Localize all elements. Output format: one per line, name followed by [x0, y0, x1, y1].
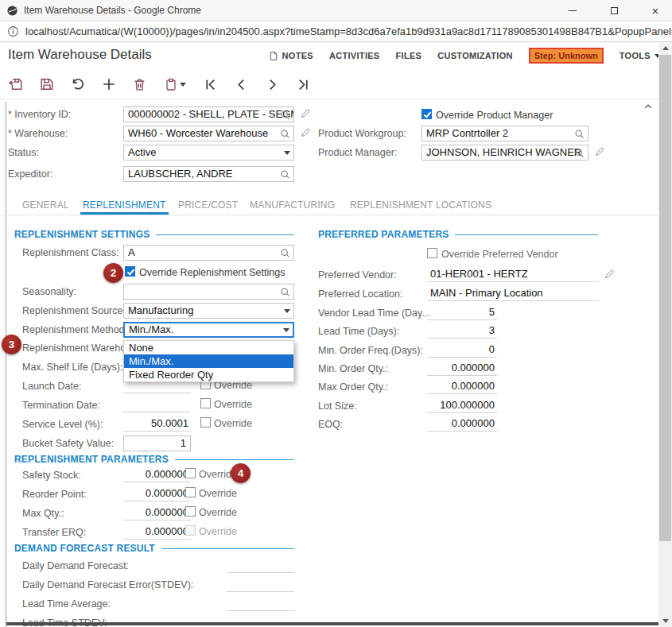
maximize-button[interactable] [605, 2, 623, 20]
search-icon[interactable] [280, 129, 290, 139]
dropdown-option-none[interactable]: None [124, 341, 293, 354]
go-last-button[interactable] [296, 77, 311, 92]
termination-date-input[interactable] [123, 397, 191, 412]
termination-date-override-checkbox[interactable] [200, 398, 211, 408]
go-previous-button[interactable] [234, 77, 249, 92]
search-icon[interactable] [280, 248, 290, 258]
dropdown-option-min-max[interactable]: Min./Max. [124, 354, 293, 368]
customization-link[interactable]: CUSTOMIZATION [437, 51, 513, 60]
step-status-badge[interactable]: Step: Unknown [529, 48, 604, 64]
scroll-down-arrow[interactable] [658, 615, 672, 627]
expeditor-input[interactable]: LAUBSCHER, ANDRE [123, 166, 294, 182]
next-record-icon [266, 78, 279, 91]
service-level-input[interactable]: 50.0001 [123, 416, 191, 432]
notes-icon [269, 51, 278, 61]
maximize-icon [611, 7, 618, 14]
search-icon[interactable] [574, 148, 585, 158]
go-next-button[interactable] [265, 77, 280, 92]
inventory-id-input[interactable]: 000000002 - SHELL, PLATE - SEGME [123, 106, 294, 122]
tab-replenishment-locations[interactable]: REPLENISHMENT LOCATIONS [350, 199, 491, 211]
activities-link[interactable]: ACTIVITIES [329, 51, 380, 60]
seasonality-input[interactable] [123, 284, 294, 300]
tools-menu[interactable]: TOOLS [620, 51, 661, 60]
replenishment-class-input[interactable]: A [123, 245, 294, 261]
status-select[interactable]: Active [123, 145, 294, 161]
edit-pencil-icon[interactable] [595, 146, 605, 157]
copy-paste-button[interactable] [163, 77, 187, 92]
tab-manufacturing[interactable]: MANUFACTURING [250, 199, 335, 211]
toolbar-separator [0, 99, 658, 99]
save-button[interactable] [39, 77, 54, 92]
bucket-safety-value-input[interactable]: 1 [123, 435, 191, 451]
window-title: Item Warehouse Details - Google Chrome [24, 5, 201, 16]
go-first-button[interactable] [203, 77, 218, 92]
close-button[interactable]: × [647, 2, 664, 20]
product-manager-input[interactable]: JOHNSON, HEINRICH WAGNER [421, 145, 588, 161]
lead-time-days-label: Lead Time (Days): [318, 326, 399, 337]
demand-forecast-result-header: DEMAND FORECAST RESULT [14, 543, 294, 554]
delete-button[interactable] [132, 77, 147, 92]
notes-link[interactable]: NOTES [269, 51, 313, 61]
trash-icon [133, 78, 146, 91]
reorder-point-input[interactable]: 0.000000 [123, 486, 191, 501]
tab-general[interactable]: GENERAL [22, 199, 69, 211]
override-preferred-vendor-checkbox[interactable] [427, 248, 437, 258]
product-manager-label: Product Manager: [318, 147, 397, 158]
product-workgroup-input[interactable]: MRP Contrtoller 2 [421, 126, 588, 141]
reorder-point-override-checkbox[interactable] [185, 487, 196, 497]
site-favicon [6, 5, 18, 17]
url-bar[interactable]: localhost/Acumatica/(W(10000))/pages/in/… [0, 21, 672, 42]
max-qty-override-checkbox[interactable] [185, 506, 196, 517]
minimize-button[interactable] [564, 2, 581, 20]
edit-pencil-icon[interactable] [301, 127, 311, 137]
search-icon[interactable] [280, 110, 290, 120]
info-icon[interactable] [7, 25, 19, 37]
caret-down-icon [284, 309, 290, 313]
preferred-vendor-input[interactable]: 01-HER001 - HERTZ [427, 267, 599, 282]
override-replenishment-settings-checkbox[interactable] [125, 266, 135, 277]
lead-time-average-value [227, 596, 294, 611]
caret-down-icon [283, 328, 289, 332]
seasonality-label: Seasonality: [22, 286, 76, 297]
tab-replenishment[interactable]: REPLENISHMENT [83, 199, 166, 211]
override-product-manager-checkbox[interactable] [421, 109, 432, 119]
replenishment-method-select[interactable]: Min./Max. [123, 322, 294, 338]
max-qty-input[interactable]: 0.000000 [123, 505, 191, 521]
replenishment-parameters-header: REPLENISHMENT PARAMETERS [14, 454, 294, 465]
safety-stock-override-checkbox[interactable] [185, 468, 196, 478]
vertical-scrollbar[interactable] [658, 42, 672, 627]
save-and-close-button[interactable] [8, 77, 23, 92]
transfer-erq-override-label: Override [199, 526, 237, 537]
replenishment-class-label: Replenishment Class: [22, 247, 119, 258]
warehouse-input[interactable]: WH60 - Worcester Warehouse [123, 126, 294, 141]
search-icon[interactable] [280, 287, 290, 297]
page-url[interactable]: localhost/Acumatica/(W(10000))/pages/in/… [25, 25, 672, 37]
transfer-erq-input[interactable]: 0.000000 [123, 524, 191, 540]
undo-button[interactable] [70, 77, 85, 92]
override-product-manager-label: Override Product Manager [436, 110, 553, 121]
safety-stock-input[interactable]: 0.000000 [123, 467, 191, 482]
edit-pencil-icon[interactable] [604, 269, 615, 279]
service-level-override-checkbox[interactable] [200, 417, 211, 428]
collapse-summary-chevron-up-icon[interactable] [643, 102, 654, 111]
preferred-location-input[interactable]: MAIN - Primary Location [427, 286, 599, 301]
max-order-qty-value: 0.000000 [427, 379, 497, 394]
max-order-qty-label: Max Order Qty.: [318, 381, 388, 393]
record-toolbar [8, 72, 311, 97]
replenishment-source-select[interactable]: Manufacturing [123, 303, 294, 319]
files-link[interactable]: FILES [396, 51, 422, 60]
scrollbar-thumb[interactable] [659, 55, 671, 541]
transfer-erq-override-checkbox [185, 525, 196, 536]
expeditor-label: Expeditor: [8, 168, 52, 180]
search-icon[interactable] [574, 129, 585, 139]
dropdown-option-fixed-reorder-qty[interactable]: Fixed Reorder Qty [124, 368, 293, 381]
preferred-parameters-header: PREFERRED PARAMETERS [318, 229, 598, 240]
search-icon[interactable] [280, 169, 290, 180]
summary-form: * Inventory ID: 000000002 - SHELL, PLATE… [0, 100, 658, 195]
edit-pencil-icon[interactable] [301, 108, 311, 118]
tab-price-cost[interactable]: PRICE/COST [178, 199, 238, 211]
lot-size-label: Lot Size: [318, 401, 357, 412]
first-record-icon [204, 78, 217, 91]
scroll-up-arrow[interactable] [658, 42, 672, 54]
add-new-button[interactable] [101, 77, 116, 92]
